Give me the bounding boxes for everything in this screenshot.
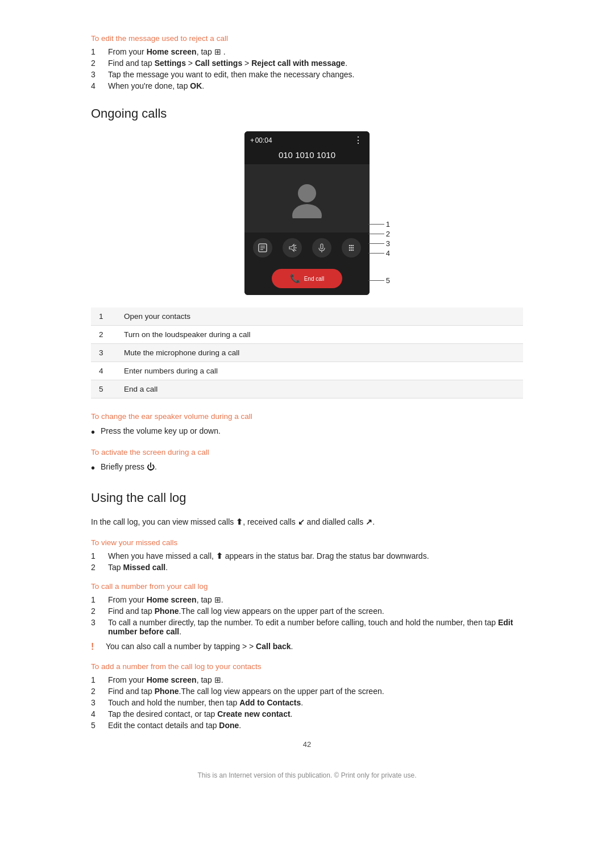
callout-4: 4 bbox=[368, 249, 390, 258]
call-log-section: Using the call log In the call log, you … bbox=[91, 491, 523, 730]
phone-screen: + 00:04 ⋮ 010 1010 1010 bbox=[244, 131, 370, 295]
add-to-contacts-steps: 1 From your Home screen, tap ⊞. 2 Find a… bbox=[91, 675, 523, 730]
callout-num-cell: 4 bbox=[91, 362, 116, 380]
avatar-icon bbox=[287, 178, 327, 218]
table-row: 1 Open your contacts bbox=[91, 308, 523, 326]
table-row: 4 Enter numbers during a call bbox=[91, 362, 523, 380]
step-1: 1 From your Home screen, tap ⊞. bbox=[91, 675, 523, 684]
svg-point-14 bbox=[352, 245, 354, 247]
callout-desc-cell: Open your contacts bbox=[116, 308, 523, 326]
end-call-label: End call bbox=[304, 276, 325, 282]
callout-2: 2 bbox=[368, 230, 390, 238]
phone-number: 010 1010 1010 bbox=[244, 149, 370, 164]
phone-top-bar: + 00:04 ⋮ bbox=[244, 131, 370, 149]
call-from-log-note: ! You can also call a number by tapping … bbox=[91, 642, 523, 652]
end-call-button[interactable]: 📞 End call bbox=[272, 269, 343, 288]
callout-desc-cell: End a call bbox=[116, 380, 523, 398]
phone-buttons-row bbox=[244, 232, 370, 263]
svg-rect-10 bbox=[321, 244, 323, 249]
callout-5: 5 bbox=[368, 276, 390, 285]
call-log-title: Using the call log bbox=[91, 491, 523, 505]
ear-speaker-section: To change the ear speaker volume during … bbox=[91, 412, 523, 439]
view-missed-steps: 1 When you have missed a call, ⬆ appears… bbox=[91, 551, 523, 572]
svg-point-15 bbox=[349, 247, 351, 249]
callout-num-cell: 3 bbox=[91, 344, 116, 362]
svg-point-13 bbox=[351, 245, 352, 247]
ear-speaker-heading: To change the ear speaker volume during … bbox=[91, 412, 523, 421]
callout-3: 3 bbox=[368, 239, 390, 248]
callout-desc-cell: Mute the microphone during a call bbox=[116, 344, 523, 362]
callout-table: 1 Open your contacts 2 Turn on the louds… bbox=[91, 308, 523, 398]
step-1: 1 From your Home screen, tap ⊞ . bbox=[91, 47, 523, 56]
step-1: 1 From your Home screen, tap ⊞. bbox=[91, 595, 523, 604]
svg-point-0 bbox=[298, 184, 316, 202]
loudspeaker-button[interactable] bbox=[283, 238, 302, 258]
menu-dots-icon: ⋮ bbox=[354, 135, 364, 146]
call-from-log-steps: 1 From your Home screen, tap ⊞. 2 Find a… bbox=[91, 595, 523, 636]
table-row: 3 Mute the microphone during a call bbox=[91, 344, 523, 362]
step-2: 2 Find and tap Settings > Call settings … bbox=[91, 59, 523, 68]
call-time: + 00:04 bbox=[250, 136, 272, 144]
call-from-log-heading: To call a number from your call log bbox=[91, 582, 523, 591]
callout-1: 1 bbox=[368, 220, 390, 229]
callout-num-cell: 5 bbox=[91, 380, 116, 398]
mute-button[interactable] bbox=[312, 238, 331, 258]
callout-numbers: 1 2 3 4 bbox=[368, 131, 390, 295]
svg-point-17 bbox=[352, 247, 354, 249]
phone-screen-container: + 00:04 ⋮ 010 1010 1010 bbox=[91, 131, 523, 295]
activate-screen-bullet: • Briefly press ⏻. bbox=[91, 461, 523, 475]
step-4: 4 Tap the desired contact, or tap Create… bbox=[91, 709, 523, 719]
step-4: 4 When you're done, tap OK. bbox=[91, 81, 523, 90]
activate-screen-text: Briefly press ⏻. bbox=[101, 461, 157, 473]
svg-line-7 bbox=[294, 245, 296, 246]
step-1: 1 When you have missed a call, ⬆ appears… bbox=[91, 551, 523, 560]
callout-num-cell: 2 bbox=[91, 326, 116, 344]
step-3: 3 Touch and hold the number, then tap Ad… bbox=[91, 698, 523, 707]
step-2: 2 Find and tap Phone.The call log view a… bbox=[91, 687, 523, 696]
callout-desc-cell: Turn on the loudspeaker during a call bbox=[116, 326, 523, 344]
callout-num-cell: 1 bbox=[91, 308, 116, 326]
svg-point-16 bbox=[351, 247, 352, 249]
svg-point-19 bbox=[351, 250, 352, 251]
step-3: 3 To call a number directly, tap the num… bbox=[91, 618, 523, 636]
note-icon: ! bbox=[91, 642, 100, 652]
table-row: 2 Turn on the loudspeaker during a call bbox=[91, 326, 523, 344]
ongoing-calls-title: Ongoing calls bbox=[91, 106, 523, 121]
contacts-button[interactable] bbox=[253, 238, 272, 258]
keypad-button[interactable] bbox=[342, 238, 361, 258]
activate-screen-heading: To activate the screen during a call bbox=[91, 448, 523, 456]
ongoing-calls-section: Ongoing calls + 00:04 ⋮ 010 1010 1010 bbox=[91, 106, 523, 398]
bullet-dot: • bbox=[91, 425, 95, 439]
svg-point-12 bbox=[349, 245, 351, 247]
ear-speaker-bullet: • Press the volume key up or down. bbox=[91, 425, 523, 439]
view-missed-heading: To view your missed calls bbox=[91, 538, 523, 547]
ear-speaker-text: Press the volume key up or down. bbox=[101, 425, 221, 437]
reject-section: To edit the message used to reject a cal… bbox=[91, 34, 523, 90]
footer-text: This is an Internet version of this publ… bbox=[91, 771, 523, 779]
note-text: You can also call a number by tapping > … bbox=[106, 642, 293, 651]
table-row: 5 End a call bbox=[91, 380, 523, 398]
svg-point-20 bbox=[352, 250, 354, 251]
add-to-contacts-heading: To add a number from the call log to you… bbox=[91, 662, 523, 671]
step-2: 2 Find and tap Phone.The call log view a… bbox=[91, 607, 523, 616]
bullet-dot: • bbox=[91, 461, 95, 475]
callout-desc-cell: Enter numbers during a call bbox=[116, 362, 523, 380]
page-number: 42 bbox=[91, 740, 523, 749]
call-log-intro: In the call log, you can view missed cal… bbox=[91, 516, 523, 528]
reject-heading: To edit the message used to reject a cal… bbox=[91, 34, 523, 43]
svg-point-18 bbox=[349, 250, 351, 251]
phone-avatar-area bbox=[244, 164, 370, 232]
step-2: 2 Tap Missed call. bbox=[91, 563, 523, 572]
svg-line-9 bbox=[294, 250, 296, 251]
step-3: 3 Tap the message you want to edit, then… bbox=[91, 70, 523, 79]
svg-marker-6 bbox=[289, 244, 294, 251]
activate-screen-section: To activate the screen during a call • B… bbox=[91, 448, 523, 475]
phone-end-row: 📞 End call bbox=[244, 263, 370, 295]
svg-point-1 bbox=[292, 204, 322, 218]
step-5: 5 Edit the contact details and tap Done. bbox=[91, 721, 523, 730]
end-call-icon: 📞 bbox=[290, 273, 301, 284]
reject-steps: 1 From your Home screen, tap ⊞ . 2 Find … bbox=[91, 47, 523, 90]
